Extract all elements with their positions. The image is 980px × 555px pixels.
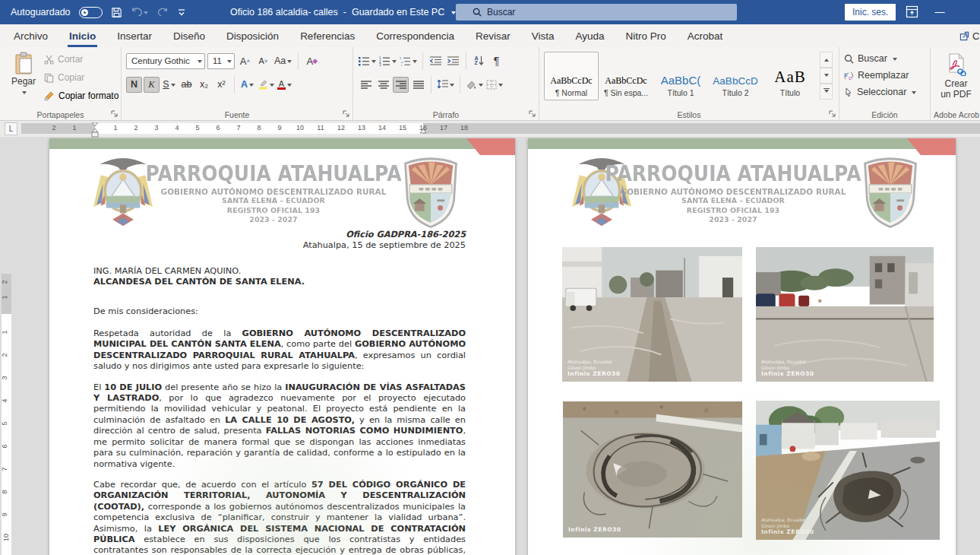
tab-nitro-pro[interactable]: Nitro Pro	[615, 24, 677, 47]
create-pdf-button[interactable]: Crear un PDF	[935, 50, 977, 100]
styles-scroll-up[interactable]	[820, 52, 833, 68]
style-titulo-2[interactable]: AaBbCcD Título 2	[708, 52, 763, 100]
letterhead-line4: 2023 - 2027	[141, 215, 406, 225]
group-label-fuente: Fuente	[122, 110, 352, 119]
sort-button[interactable]: AZ	[471, 53, 487, 69]
copy-button[interactable]: Copiar	[44, 70, 119, 85]
shading-button[interactable]	[465, 77, 484, 93]
numbering-button[interactable]: 123	[378, 53, 397, 69]
font-dialog-launcher[interactable]	[342, 109, 350, 118]
paragraph-2[interactable]: El 10 DE JULIO del presente año se hizo …	[93, 382, 466, 470]
italic-button[interactable]: K	[144, 77, 160, 93]
clipboard-dialog-launcher[interactable]	[110, 109, 119, 118]
style-titulo-1[interactable]: AaBbC( Título 1	[653, 52, 708, 100]
bullets-button[interactable]	[358, 53, 377, 69]
tab-referencias[interactable]: Referencias	[289, 24, 365, 47]
borders-button[interactable]	[485, 77, 504, 93]
tab-correspondencia[interactable]: Correspondencia	[365, 24, 465, 47]
increase-indent-button[interactable]	[445, 53, 461, 69]
tab-vista[interactable]: Vista	[521, 24, 565, 47]
superscript-button[interactable]: x²	[213, 77, 229, 93]
styles-dialog-launcher[interactable]	[828, 109, 836, 118]
customize-qat-icon[interactable]	[177, 8, 186, 17]
clear-formatting-button[interactable]: A◆	[304, 53, 320, 69]
page-2[interactable]: PARROQUIA ATAHUALPA GOBIERNO AUTÓNOMO DE…	[528, 138, 956, 555]
style-normal[interactable]: AaBbCcDc ¶ Normal	[544, 52, 599, 100]
style-sin-espaciado[interactable]: AaBbCcDc ¶ Sin espa...	[599, 52, 653, 100]
undo-icon[interactable]	[131, 7, 148, 17]
align-left-button[interactable]	[358, 77, 374, 93]
photo-road-edge-collapse[interactable]: Atahualpa, Ecuador Gilson Jimbo Infinix …	[756, 401, 940, 540]
tab-diseno[interactable]: Diseño	[163, 24, 216, 47]
redo-icon[interactable]	[156, 7, 169, 17]
subscript-button[interactable]: x₂	[196, 77, 212, 93]
search-input[interactable]: Buscar	[456, 4, 737, 21]
decrease-indent-button[interactable]	[428, 53, 444, 69]
letter-body[interactable]: Oficio GADPRA-186-2025 Atahualpa, 15 de …	[93, 230, 466, 555]
styles-scroll-down[interactable]	[820, 68, 833, 84]
find-button[interactable]: Buscar	[844, 50, 927, 67]
line-spacing-button[interactable]	[436, 77, 455, 93]
shrink-font-button[interactable]: A˅	[255, 53, 271, 69]
oficio-reference[interactable]: Oficio GADPRA-186-2025	[93, 230, 466, 240]
page-1[interactable]: PARROQUIA ATAHUALPA GOBIERNO AUTÓNOMO DE…	[49, 138, 515, 555]
tab-archivo[interactable]: Archivo	[3, 24, 58, 47]
paste-dropdown-icon[interactable]	[22, 91, 27, 97]
font-size-select[interactable]: 11	[207, 53, 235, 69]
font-family-select[interactable]: Century Gothic	[126, 53, 205, 69]
style-titulo[interactable]: AaB Título	[763, 52, 817, 100]
bold-button[interactable]: N	[126, 77, 142, 93]
tab-inicio[interactable]: Inicio	[58, 24, 106, 47]
ribbon-display-options-icon[interactable]	[906, 5, 918, 21]
cut-button[interactable]: Cortar	[44, 52, 119, 67]
recipient-name[interactable]: ING. MARÍA DEL CARMEN AQUINO.	[93, 266, 466, 277]
minimize-button[interactable]: —	[933, 5, 947, 18]
undo-dropdown[interactable]	[144, 11, 148, 17]
document-title[interactable]: Oficio 186 alcaldia- calles - Guardado e…	[230, 0, 456, 24]
find-dropdown-icon	[893, 58, 897, 63]
align-center-button[interactable]	[375, 77, 391, 93]
styles-more-button[interactable]	[820, 84, 833, 100]
paste-button[interactable]: Pegar	[6, 52, 41, 106]
save-icon[interactable]	[111, 7, 122, 18]
tab-revisar[interactable]: Revisar	[465, 24, 521, 47]
salutation[interactable]: De mis consideraciones:	[93, 306, 466, 317]
strikethrough-button[interactable]: ab	[179, 77, 194, 93]
tab-disposicion[interactable]: Disposición	[216, 24, 289, 47]
select-button[interactable]: Seleccionar	[844, 84, 927, 100]
photo-pothole-closeup[interactable]: Infinix ZERO30	[563, 401, 742, 538]
paragraph-3[interactable]: Cabe recordar que, de acuerdo con el art…	[93, 480, 466, 555]
tab-stop-selector[interactable]: L	[5, 122, 17, 135]
justify-button[interactable]	[410, 77, 426, 93]
change-case-button[interactable]: Aa	[273, 53, 292, 69]
tab-acrobat[interactable]: Acrobat	[677, 24, 734, 47]
sign-in-button[interactable]: Inic. ses.	[845, 4, 896, 21]
letterhead-title: PARROQUIA ATAHUALPA	[600, 161, 866, 186]
share-button[interactable]: C	[959, 24, 980, 47]
letterhead-line3: REGISTRO OFICIAL 193	[600, 206, 866, 216]
text-effects-button[interactable]: A	[239, 77, 255, 93]
align-right-button[interactable]	[393, 77, 409, 93]
recipient-title[interactable]: ALCANDESA DEL CANTÓN DE SANTA ELENA.	[93, 277, 466, 287]
vertical-ruler[interactable]: 2112345678910111213141516	[2, 274, 11, 555]
paragraph-dialog-launcher[interactable]	[528, 109, 536, 118]
format-painter-button[interactable]: Copiar formato	[44, 88, 119, 103]
photo-street-cars[interactable]: Atahualpa, Ecuador Gilson Jimbo Infinix …	[756, 247, 934, 382]
photo-road-truck[interactable]: Atahualpa, Ecuador Gilson Jimbo Infinix …	[562, 247, 742, 382]
font-color-button[interactable]: A	[277, 77, 292, 93]
text-highlight-button[interactable]	[257, 77, 275, 93]
date-line[interactable]: Atahualpa, 15 de septiembre de 2025	[93, 240, 466, 251]
underline-button[interactable]: S	[161, 77, 177, 93]
grow-font-button[interactable]: A˄	[237, 53, 253, 69]
autosave-toggle[interactable]	[79, 7, 103, 18]
multilevel-list-button[interactable]: 1ai	[399, 53, 418, 69]
horizontal-ruler[interactable]: 21123456789101112131415161718	[21, 123, 980, 134]
word-window: Autoguardado Oficio 186 alcaldia- calles…	[0, 0, 980, 555]
tab-ayuda[interactable]: Ayuda	[565, 24, 615, 47]
show-paragraph-marks-button[interactable]: ¶	[488, 53, 504, 69]
photo-watermark: Atahualpa, Ecuador Gilson Jimbo Infinix …	[567, 359, 621, 377]
svg-text:c: c	[849, 75, 852, 81]
paragraph-1[interactable]: Respetada autoridad de la GOBIERNO AUTÓN…	[93, 328, 466, 373]
tab-insertar[interactable]: Insertar	[106, 24, 163, 47]
replace-button[interactable]: bc Reemplazar	[844, 67, 927, 84]
